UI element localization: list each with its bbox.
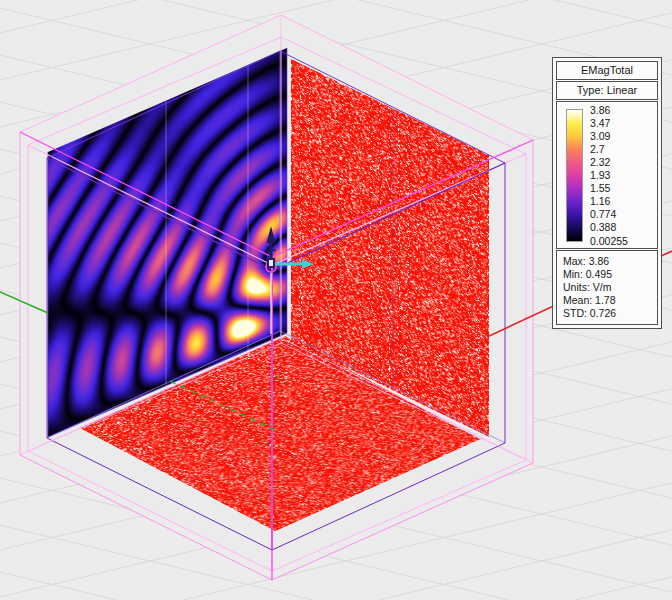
legend-scale-type: Type: Linear: [556, 81, 658, 100]
stat-line: Max: 3.86: [563, 255, 655, 268]
3d-viewport[interactable]: EMagTotal Type: Linear 3.863.473.092.72.…: [0, 0, 672, 600]
legend-statistics: Max: 3.86Min: 0.495Units: V/mMean: 1.78S…: [556, 250, 658, 325]
colorbar: [566, 109, 583, 242]
legend-title: EMagTotal: [556, 61, 658, 80]
field-wall-edges: [48, 48, 287, 437]
antenna-marker: [266, 226, 314, 334]
scale-label: 1.55: [590, 183, 660, 194]
x-axis-arrow-icon: [302, 260, 314, 269]
stat-line: Mean: 1.78: [563, 294, 655, 307]
z-axis-arrow-icon: [267, 226, 276, 243]
boundary-box-outer-pink: [20, 15, 533, 580]
stat-line: STD: 0.726: [563, 307, 655, 320]
stat-line: Min: 0.495: [563, 268, 655, 281]
simulation-box-purple: [47, 51, 505, 550]
scale-label: 1.93: [590, 170, 660, 181]
stat-line: Units: V/m: [563, 281, 655, 294]
scale-label: 3.47: [590, 118, 660, 129]
scale-label: 0.388: [590, 222, 660, 233]
legend-color-scale: 3.863.473.092.72.321.931.551.160.7740.38…: [556, 101, 658, 249]
scale-label: 3.86: [590, 105, 660, 116]
scale-label: 2.32: [590, 157, 660, 168]
scale-label: 3.09: [590, 131, 660, 142]
scale-label: 0.00255: [590, 236, 660, 247]
scale-label: 0.774: [590, 209, 660, 220]
scale-label: 1.16: [590, 196, 660, 207]
results-legend: EMagTotal Type: Linear 3.863.473.092.72.…: [552, 57, 662, 329]
scale-label: 2.7: [590, 144, 660, 155]
boundary-box-inner-pink: [28, 37, 526, 571]
